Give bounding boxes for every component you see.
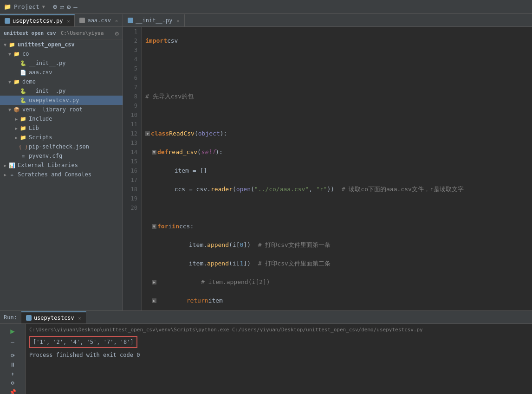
tree-item-demo[interactable]: ▼ 📁 demo	[0, 77, 123, 86]
run-label: Run:	[0, 311, 21, 323]
tree-item-cfg[interactable]: ≡ pyvenv.cfg	[0, 151, 123, 161]
run-tab-active[interactable]: usepytestcsv ✕	[21, 311, 86, 323]
code-container: 12345 678910 1112131415 1617181920 impor…	[123, 27, 532, 310]
tab-close-usepytestcsv[interactable]: ✕	[67, 19, 70, 24]
cog-icon[interactable]: ⚙	[115, 30, 119, 37]
run-result: ['1', '2', '4', '5', '7', '8']	[29, 336, 137, 348]
run-result-wrapper: ['1', '2', '4', '5', '7', '8']	[29, 335, 528, 349]
tree-item-usepytestcsv[interactable]: 🐍 usepytestcsv.py	[0, 96, 123, 105]
run-exit: Process finished with exit code 0	[29, 351, 528, 359]
add-icon[interactable]: ⊕	[53, 2, 58, 11]
arrow-co: ▼	[6, 52, 13, 57]
fold-14[interactable]: ▶	[152, 280, 156, 284]
run-content: ▶ — ⟳ ⏸ ↕ ⚙ 📌 ✕ C:\Users\yiyuan\Desktop\…	[0, 324, 532, 394]
bottom-panel: Run: usepytestcsv ✕ ▶ — ⟳ ⏸ ↕ ⚙ 📌 ✕ C:\U…	[0, 310, 532, 394]
tree-label-ext: External Libraries	[18, 162, 78, 168]
tab-label-init: __init__.py	[136, 17, 172, 24]
run-play-button[interactable]: ▶	[6, 327, 19, 336]
cfg-icon: ≡	[19, 152, 27, 160]
sidebar-header: unittest_open_csv C:\Users\yiyua ⚙	[0, 27, 123, 40]
code-line-9: ccs = csv.reader(open("../co/aaa.csv", "…	[145, 185, 528, 194]
tree-label-usepytestcsv: usepytestcsv.py	[29, 97, 79, 103]
sidebar-title: unittest_open_csv	[4, 30, 56, 36]
run-scroll-button[interactable]: ↕	[6, 371, 19, 377]
tree-label-cfg: pyvenv.cfg	[29, 153, 62, 159]
code-line-11: ▼for i in ccs:	[145, 222, 528, 231]
tree-item-scratches[interactable]: ▶ ✏️ Scratches and Consoles	[0, 170, 123, 179]
tree-item-co-csv[interactable]: 📄 aaa.csv	[0, 68, 123, 77]
py-file-icon-3: 🐍	[19, 97, 27, 104]
run-tab-close[interactable]: ✕	[78, 316, 81, 321]
sidebar-header-icons: ⚙	[115, 30, 119, 37]
tab-usepytestcsv[interactable]: usepytestcsv.py ✕	[0, 14, 75, 26]
run-pause-button[interactable]: ⏸	[6, 362, 19, 368]
tree-item-include[interactable]: ▶ 📁 Include	[0, 114, 123, 123]
line-numbers: 12345 678910 1112131415 1617181920	[123, 27, 142, 310]
fold-7[interactable]: ▼	[152, 150, 156, 155]
run-rerun-button[interactable]: ⟳	[6, 353, 19, 359]
fold-11[interactable]: ▼	[152, 224, 156, 229]
tree-item-pip[interactable]: { } pip-selfcheck.json	[0, 142, 123, 151]
tree-label-co-csv: aaa.csv	[29, 69, 52, 76]
minimize-icon[interactable]: —	[73, 3, 77, 11]
tree-label-co-init: __init__.py	[29, 60, 65, 66]
py-file-icon-2: 🐍	[19, 87, 27, 95]
run-action-panel: ▶ — ⟳ ⏸ ↕ ⚙ 📌 ✕	[0, 324, 26, 394]
code-line-15: ▶ return item	[145, 296, 528, 305]
tree-label-unittest: unittest_open_csv	[18, 41, 75, 48]
arrow-lib: ▶	[13, 126, 19, 131]
tree-label-demo-init: __init__.py	[29, 88, 65, 94]
run-stop-button[interactable]: —	[6, 338, 19, 345]
code-line-4: # 先导入csv的包	[145, 92, 528, 101]
editor-area: 12345 678910 1112131415 1617181920 impor…	[123, 27, 532, 310]
folder-icon-demo: 📁	[13, 78, 20, 85]
tree-item-co[interactable]: ▼ 📁 co	[0, 49, 123, 58]
tree-label-venv: venv library root	[22, 106, 83, 113]
py-file-icon: 🐍	[19, 59, 27, 67]
sync-icon[interactable]: ⇄	[60, 3, 64, 11]
tree-label-demo: demo	[22, 78, 36, 85]
tree-item-scripts[interactable]: ▶ 📁 Scripts	[0, 133, 123, 142]
tree-item-venv[interactable]: ▼ 📦 venv library root	[0, 105, 123, 114]
tab-init[interactable]: __init__.py ✕	[123, 14, 185, 26]
run-output: C:\Users\yiyuan\Desktop\unittest_open_cs…	[26, 324, 532, 394]
code-line-8: item = []	[145, 166, 528, 175]
run-tab-label: usepytestcsv	[34, 315, 74, 321]
fold-6[interactable]: ▼	[145, 131, 150, 136]
tab-close-aaa[interactable]: ✕	[115, 18, 118, 23]
tab-aaa[interactable]: aaa.csv ✕	[75, 14, 123, 26]
tree-item-ext-libs[interactable]: ▶ 📊 External Libraries	[0, 161, 123, 170]
tree-label-co: co	[22, 51, 29, 57]
code-line-2	[145, 55, 528, 64]
arrow-include: ▶	[13, 116, 19, 122]
run-command: C:\Users\yiyuan\Desktop\unittest_open_cs…	[29, 326, 528, 334]
run-pin-button[interactable]: 📌	[6, 389, 19, 394]
code-line-6: ▼class ReadCsv(object):	[145, 129, 528, 138]
tree-item-co-init[interactable]: 🐍 __init__.py	[0, 58, 123, 68]
code-line-12: item.append(i[0]) # 打印csv文件里面第一条	[145, 240, 528, 250]
tree-item-demo-init[interactable]: 🐍 __init__.py	[0, 86, 123, 96]
settings-icon[interactable]: ⚙	[67, 3, 71, 11]
tree-label-include: Include	[29, 116, 52, 122]
code-line-7: ▼def read_csv(self):	[145, 148, 528, 157]
tree-item-unittest[interactable]: ▼ 📁 unittest_open_csv	[0, 40, 123, 49]
code-line-14: ▶ # item.append(i[2])	[145, 278, 528, 287]
project-dropdown-icon[interactable]: ▼	[42, 4, 45, 9]
fold-15[interactable]: ▶	[152, 298, 156, 303]
code-line-1: import csv	[145, 36, 528, 45]
tree-label-lib: Lib	[29, 125, 39, 131]
editor-tabs: usepytestcsv.py ✕ aaa.csv ✕ __init__.py …	[0, 14, 532, 27]
arrow-ext: ▶	[2, 163, 8, 168]
top-bar: 📁 Project ▼ ⊕ ⇄ ⚙ —	[0, 0, 532, 14]
tree-item-lib[interactable]: ▶ 📁 Lib	[0, 123, 123, 133]
tab-close-init[interactable]: ✕	[177, 18, 180, 23]
code-editor[interactable]: import csv # 先导入csv的包 ▼class ReadCsv(obj…	[142, 27, 532, 310]
code-line-13: item.append(i[1]) # 打印csv文件里面第二条	[145, 259, 528, 268]
project-icon: 📁	[4, 3, 11, 10]
ext-lib-icon: 📊	[8, 161, 16, 169]
run-py-icon	[26, 315, 32, 321]
run-settings-button[interactable]: ⚙	[6, 380, 19, 386]
arrow-unittest: ▼	[2, 42, 8, 47]
sidebar: unittest_open_csv C:\Users\yiyua ⚙ ▼ 📁 u…	[0, 27, 123, 310]
project-label[interactable]: Project	[14, 3, 39, 10]
